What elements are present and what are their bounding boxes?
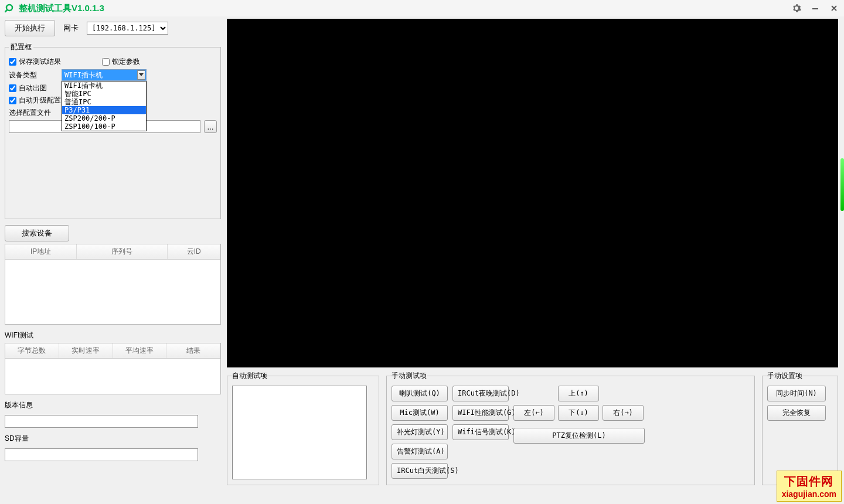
svg-line-1 [5, 10, 7, 12]
version-input[interactable] [5, 415, 198, 428]
device-option[interactable]: 普通IPC [62, 98, 146, 106]
sync-time-button[interactable]: 同步时间(N) [767, 386, 826, 401]
search-device-button[interactable]: 搜索设备 [5, 225, 69, 241]
auto-upgrade-checkbox[interactable]: 自动升级配置 [9, 96, 61, 105]
manual-set-group: 手动设置项 同步时间(N) 完全恢复 [762, 371, 838, 485]
titlebar: 整机测试工具V1.0.1.3 [0, 0, 844, 16]
close-icon[interactable] [829, 3, 839, 13]
table-body [5, 359, 220, 394]
wifi-table: 字节总数 实时速率 平均速率 结果 [5, 343, 221, 394]
fill-light-test-button[interactable]: 补光灯测试(Y) [392, 424, 448, 440]
app-title: 整机测试工具V1.0.1.3 [19, 3, 791, 14]
minimize-icon[interactable] [810, 3, 821, 13]
device-type-dropdown[interactable]: WIFI插卡机 智能IPC 普通IPC P3/P31 ZSP200/200-P … [62, 81, 147, 131]
wifi-test-label: WIFI测试 [5, 331, 221, 340]
table-header: 平均速率 [113, 343, 167, 358]
right-button[interactable]: 右(→) [603, 405, 644, 421]
device-option[interactable]: 智能IPC [62, 90, 146, 98]
save-result-checkbox[interactable]: 保存测试结果 [9, 57, 61, 67]
wifi-perf-test-button[interactable]: WIFI性能测试(G) [452, 405, 509, 421]
scroll-indicator[interactable] [840, 158, 844, 211]
left-panel: 开始执行 网卡 [192.168.1.125] 配置框 保存测试结果 锁定参数 [0, 16, 226, 504]
alarm-light-test-button[interactable]: 告警灯测试(A) [392, 444, 448, 459]
network-label: 网卡 [63, 23, 79, 33]
device-option[interactable]: ZSP200/200-P [62, 114, 146, 122]
browse-button[interactable]: ... [204, 120, 217, 133]
manual-test-group: 手动测试项 喇叭测试(Q) Mic测试(W) 补光灯测试(Y) 告警灯测试(A)… [386, 371, 755, 485]
ircut-night-test-button[interactable]: IRCut夜晚测试(D) [452, 386, 509, 401]
table-header: 云ID [168, 244, 220, 259]
right-panel: 自动测试项 手动测试项 喇叭测试(Q) Mic测试(W) 补光灯测试(Y) 告警… [226, 16, 844, 504]
version-label: 版本信息 [5, 400, 221, 410]
video-preview [227, 19, 838, 367]
device-type-label: 设备类型 [9, 70, 37, 80]
start-button[interactable]: 开始执行 [5, 20, 55, 36]
table-body [5, 260, 220, 324]
auto-test-group: 自动测试项 [227, 371, 379, 485]
wifi-signal-test-button[interactable]: Wifi信号测试(K) [452, 424, 509, 440]
device-option[interactable]: WIFI插卡机 [62, 81, 146, 90]
select-config-file-label: 选择配置文件 [9, 108, 51, 118]
full-restore-button[interactable]: 完全恢复 [767, 405, 826, 421]
auto-test-listbox[interactable] [232, 386, 367, 479]
auto-image-checkbox[interactable]: 自动出图 [9, 83, 47, 93]
gear-icon[interactable] [791, 3, 802, 13]
window-controls [791, 3, 839, 13]
lock-params-checkbox[interactable]: 锁定参数 [102, 57, 140, 67]
table-header: 实时速率 [59, 343, 113, 358]
sd-input[interactable] [5, 448, 198, 461]
chevron-down-icon[interactable] [137, 70, 145, 80]
table-header: 结果 [166, 343, 220, 358]
config-group: 配置框 保存测试结果 锁定参数 设备类型 WIFI插卡机 [5, 42, 221, 219]
device-option[interactable]: P3/P31 [62, 106, 146, 114]
up-button[interactable]: 上(↑) [558, 386, 599, 401]
mic-test-button[interactable]: Mic测试(W) [392, 405, 448, 421]
app-icon [5, 3, 15, 13]
watermark: 下固件网 xiagujian.com [777, 471, 842, 502]
table-header: 序列号 [77, 244, 168, 259]
sd-label: SD容量 [5, 434, 221, 444]
device-option[interactable]: ZSP100/100-P [62, 122, 146, 131]
left-button[interactable]: 左(←) [513, 405, 554, 421]
ptz-reset-button[interactable]: PTZ复位检测(L) [513, 428, 645, 444]
down-button[interactable]: 下(↓) [558, 405, 599, 421]
device-type-select[interactable]: WIFI插卡机 WIFI插卡机 智能IPC 普通IPC P3/P31 ZSP20… [62, 69, 147, 81]
table-header: 字节总数 [5, 343, 59, 358]
ircut-day-test-button[interactable]: IRCut白天测试(S) [392, 463, 448, 479]
table-header: IP地址 [5, 244, 77, 259]
config-legend: 配置框 [9, 42, 33, 52]
device-table: IP地址 序列号 云ID [5, 244, 221, 325]
speaker-test-button[interactable]: 喇叭测试(Q) [392, 386, 448, 401]
network-select[interactable]: [192.168.1.125] [87, 22, 168, 35]
